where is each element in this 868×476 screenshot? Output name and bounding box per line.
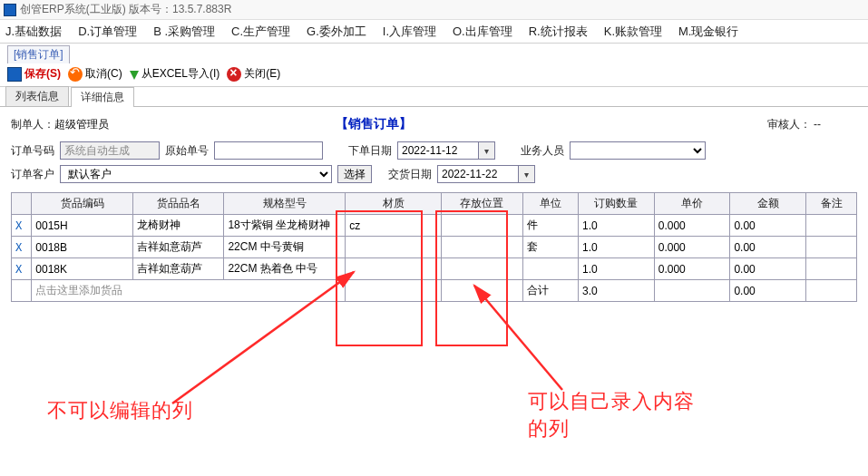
undo-icon <box>68 67 83 82</box>
save-label: 保存(S) <box>24 66 61 82</box>
deliver-date-input[interactable] <box>437 165 519 183</box>
row-marker[interactable]: X <box>12 215 32 237</box>
cell-price[interactable]: 0.000 <box>654 258 730 280</box>
doc-tab-sales-order[interactable]: [销售订单] <box>7 45 70 63</box>
cell-price[interactable]: 0.000 <box>654 237 730 258</box>
origin-no-label: 原始单号 <box>165 143 209 159</box>
menu-item-inbound[interactable]: I.入库管理 <box>383 24 436 40</box>
col-qty[interactable]: 订购数量 <box>579 193 655 215</box>
grid-wrap: 货品编码 货品品名 规格型号 材质 存放位置 单位 订购数量 单价 金额 备注 … <box>0 192 868 302</box>
cell-name[interactable]: 吉祥如意葫芦 <box>132 237 223 258</box>
select-customer-button[interactable]: 选择 <box>337 165 372 183</box>
add-row[interactable]: 点击这里添加货品 合计 3.0 0.00 <box>12 280 857 302</box>
order-date-picker-icon[interactable]: ▾ <box>479 141 495 160</box>
col-material[interactable]: 材质 <box>346 193 442 215</box>
col-location[interactable]: 存放位置 <box>442 193 522 215</box>
col-name[interactable]: 货品品名 <box>132 193 223 215</box>
menu-item-accounts[interactable]: K.账款管理 <box>604 24 662 40</box>
deliver-date-picker-icon[interactable]: ▾ <box>519 165 535 183</box>
table-row[interactable]: X 0015H 龙椅财神 18寸紫铜 坐龙椅财神 cz 件 1.0 0.000 … <box>12 215 857 237</box>
cell-amount[interactable]: 0.00 <box>730 258 806 280</box>
menu-item-cash-bank[interactable]: M.现金银行 <box>678 24 738 40</box>
cell-remark[interactable] <box>806 258 857 280</box>
order-items-grid[interactable]: 货品编码 货品品名 规格型号 材质 存放位置 单位 订购数量 单价 金额 备注 … <box>11 192 857 302</box>
order-date-input[interactable] <box>397 141 479 160</box>
cell-price[interactable]: 0.000 <box>654 215 730 237</box>
menu-item-purchase-mgmt[interactable]: B .采购管理 <box>153 24 215 40</box>
cancel-button[interactable]: 取消(C) <box>68 66 122 82</box>
save-button[interactable]: 保存(S) <box>7 66 61 82</box>
cell-spec[interactable]: 22CM 热着色 中号 <box>224 258 346 280</box>
cell-remark[interactable] <box>806 215 857 237</box>
menu-item-basic-data[interactable]: J.基础数据 <box>5 24 62 40</box>
cell-qty[interactable]: 1.0 <box>579 215 655 237</box>
order-no-input <box>60 141 160 160</box>
order-date-label: 下单日期 <box>348 143 392 159</box>
col-amount[interactable]: 金额 <box>730 193 806 215</box>
deliver-date-label: 交货日期 <box>388 167 432 182</box>
col-remark[interactable]: 备注 <box>806 193 857 215</box>
col-price[interactable]: 单价 <box>654 193 730 215</box>
table-row[interactable]: X 0018B 吉祥如意葫芦 22CM 中号黄铜 套 1.0 0.000 0.0… <box>12 237 857 258</box>
cell-location[interactable] <box>442 237 522 258</box>
page-title: 【销售订单】 <box>336 116 412 132</box>
row-marker[interactable]: X <box>12 237 32 258</box>
sales-select[interactable] <box>570 141 706 160</box>
cell-amount[interactable]: 0.00 <box>730 237 806 258</box>
title-bar: 创管ERP系统(工业版) 版本号：13.5.7.883R <box>0 0 868 20</box>
col-spec[interactable]: 规格型号 <box>224 193 346 215</box>
cell-spec[interactable]: 22CM 中号黄铜 <box>224 237 346 258</box>
order-no-label: 订单号码 <box>11 143 54 159</box>
menu-item-reports[interactable]: R.统计报表 <box>529 24 588 40</box>
app-icon <box>4 4 16 16</box>
add-row-label[interactable]: 点击这里添加货品 <box>32 280 346 302</box>
import-icon <box>130 71 139 80</box>
tab-detail-info[interactable]: 详细信息 <box>71 87 134 107</box>
table-row[interactable]: X 0018K 吉祥如意葫芦 22CM 热着色 中号 1.0 0.000 0.0… <box>12 258 857 280</box>
menu-item-production-mgmt[interactable]: C.生产管理 <box>231 24 290 40</box>
cell-code[interactable]: 0018K <box>32 258 133 280</box>
row-marker[interactable]: X <box>12 258 32 280</box>
col-code[interactable]: 货品编码 <box>32 193 133 215</box>
cell-name[interactable]: 吉祥如意葫芦 <box>132 258 223 280</box>
reviewer-label: 审核人： <box>767 118 811 131</box>
save-icon <box>7 67 22 82</box>
menu-item-order-mgmt[interactable]: D.订单管理 <box>78 24 137 40</box>
close-label: 关闭(E) <box>244 66 280 82</box>
cell-unit[interactable] <box>522 258 578 280</box>
cell-material: cz <box>346 215 442 237</box>
close-icon <box>227 67 241 82</box>
cell-unit[interactable]: 套 <box>522 237 578 258</box>
window-title: 创管ERP系统(工业版) 版本号：13.5.7.883R <box>20 2 231 17</box>
cell-material <box>346 237 442 258</box>
annotation-text-editable-line1: 可以自己录入内容 <box>528 388 695 415</box>
menu-item-outsource[interactable]: G.委外加工 <box>307 24 366 40</box>
cell-spec[interactable]: 18寸紫铜 坐龙椅财神 <box>224 215 346 237</box>
menu-item-outbound[interactable]: O.出库管理 <box>453 24 512 40</box>
cell-qty[interactable]: 1.0 <box>579 237 655 258</box>
cell-name[interactable]: 龙椅财神 <box>132 215 223 237</box>
cell-location[interactable] <box>442 258 522 280</box>
creator-value: 超级管理员 <box>54 117 109 132</box>
reviewer-value: -- <box>814 118 821 131</box>
cell-remark[interactable] <box>806 237 857 258</box>
cell-code[interactable]: 0015H <box>32 215 133 237</box>
col-unit[interactable]: 单位 <box>522 193 578 215</box>
cell-code[interactable]: 0018B <box>32 237 133 258</box>
close-button[interactable]: 关闭(E) <box>227 66 280 82</box>
menu-bar: J.基础数据 D.订单管理 B .采购管理 C.生产管理 G.委外加工 I.入库… <box>0 20 868 44</box>
cell-unit[interactable]: 件 <box>522 215 578 237</box>
grid-header-row: 货品编码 货品品名 规格型号 材质 存放位置 单位 订购数量 单价 金额 备注 <box>12 193 857 215</box>
import-excel-button[interactable]: 从EXCEL导入(I) <box>130 66 220 82</box>
cell-material <box>346 258 442 280</box>
cell-location[interactable] <box>442 215 522 237</box>
total-amount: 0.00 <box>730 280 806 302</box>
annotation-text-editable-line2: 的列 <box>528 415 570 442</box>
creator-label: 制单人： <box>11 117 54 132</box>
subtab-strip: 列表信息 详细信息 <box>0 87 868 107</box>
customer-select[interactable]: 默认客户 <box>60 165 332 183</box>
tab-list-info[interactable]: 列表信息 <box>5 86 69 106</box>
origin-no-input[interactable] <box>214 141 323 160</box>
cell-qty[interactable]: 1.0 <box>579 258 655 280</box>
cell-amount[interactable]: 0.00 <box>730 215 806 237</box>
